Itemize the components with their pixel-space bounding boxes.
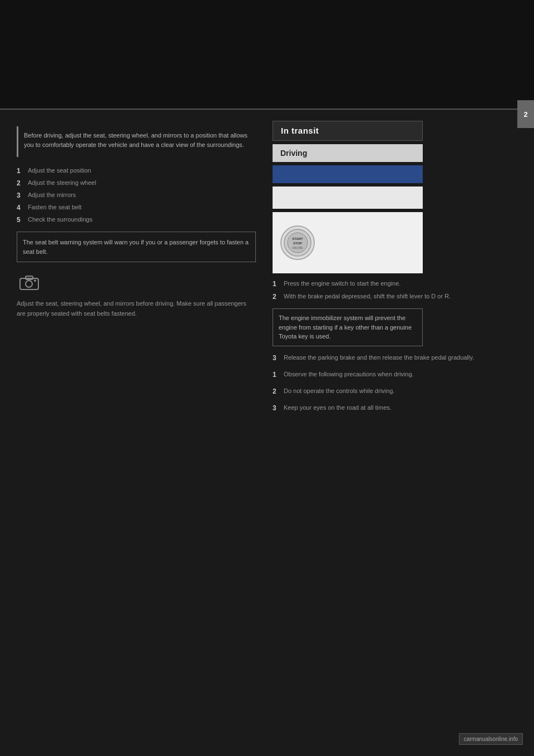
list-item: 1 Adjust the seat position	[17, 166, 256, 176]
left-bottom-text-content: Adjust the seat, steering wheel, and mir…	[17, 300, 246, 317]
main-content: Before driving, adjust the seat, steerin…	[0, 110, 534, 425]
right-list-num-3: 3	[273, 353, 284, 363]
list-num-2: 2	[17, 178, 28, 188]
camera-icon	[19, 274, 39, 291]
right-list-num-1: 1	[273, 279, 284, 289]
right-bordered-text: The engine immobilizer system will preve…	[279, 315, 412, 340]
chapter-tab: 2	[517, 100, 534, 128]
svg-text:STOP: STOP	[293, 242, 302, 245]
in-transit-box: In transit	[273, 121, 423, 141]
right-list-text-2: With the brake pedal depressed, shift th…	[284, 292, 481, 302]
right-list-item: 2 With the brake pedal depressed, shift …	[273, 292, 481, 302]
list-text-2: Adjust the steering wheel	[28, 178, 256, 188]
right-list-section-2: 3 Release the parking brake and then rel…	[273, 353, 481, 363]
list-item: 2 Adjust the steering wheel	[17, 178, 256, 188]
list-text-1: Adjust the seat position	[28, 166, 256, 176]
svg-point-3	[34, 279, 36, 282]
right-col-inner: In transit Driving STAR	[273, 121, 501, 413]
right-list-item: 1 Observe the following precautions when…	[273, 370, 481, 380]
right-bordered-box: The engine immobilizer system will preve…	[273, 308, 423, 346]
lower-list-text-1: Observe the following precautions when d…	[284, 370, 481, 380]
left-mid-box-text: The seat belt warning system will warn y…	[23, 239, 249, 255]
right-list-item: 3 Release the parking brake and then rel…	[273, 353, 481, 363]
camera-icon-area	[17, 271, 42, 293]
chapter-number: 2	[523, 110, 527, 119]
svg-text:START: START	[292, 237, 303, 240]
right-list-section-1: 1 Press the engine switch to start the e…	[273, 279, 481, 302]
lower-list-num-3: 3	[273, 403, 284, 413]
driving-box: Driving	[273, 144, 423, 162]
lower-list-text-2: Do not operate the controls while drivin…	[284, 386, 481, 396]
left-column: Before driving, adjust the seat, steerin…	[0, 115, 267, 425]
list-text-3: Adjust the mirrors	[28, 190, 256, 200]
list-item: 3 Adjust the mirrors	[17, 190, 256, 200]
left-top-box: Before driving, adjust the seat, steerin…	[17, 126, 256, 157]
list-item: 5 Check the surroundings	[17, 215, 256, 225]
right-list-item: 3 Keep your eyes on the road at all time…	[273, 403, 481, 413]
watermark-badge: carmanualsonline.info	[459, 733, 523, 745]
watermark-text: carmanualsonline.info	[464, 736, 518, 742]
right-lower-list-2: 2 Do not operate the controls while driv…	[273, 386, 481, 396]
left-bottom-text: Adjust the seat, steering wheel, and mir…	[17, 299, 256, 318]
left-top-box-text: Before driving, adjust the seat, steerin…	[24, 132, 248, 148]
driving-label: Driving	[280, 149, 307, 158]
svg-text:ENGINE: ENGINE	[292, 246, 303, 249]
left-mid-box: The seat belt warning system will warn y…	[17, 232, 256, 262]
list-num-3: 3	[17, 190, 28, 200]
top-section	[0, 0, 534, 109]
list-num-1: 1	[17, 166, 28, 176]
lower-list-num-2: 2	[273, 386, 284, 396]
list-num-4: 4	[17, 203, 28, 213]
lower-list-num-1: 1	[273, 370, 284, 380]
in-transit-label: In transit	[281, 126, 319, 135]
right-lower-list-3: 3 Keep your eyes on the road at all time…	[273, 403, 481, 413]
right-lower-list-1: 1 Observe the following precautions when…	[273, 370, 481, 380]
right-list-num-2: 2	[273, 292, 284, 302]
list-text-4: Fasten the seat belt	[28, 203, 256, 213]
page-container: 2 Before driving, adjust the seat, steer…	[0, 0, 534, 756]
right-list-item: 2 Do not operate the controls while driv…	[273, 386, 481, 396]
list-num-5: 5	[17, 215, 28, 225]
right-list-text-3: Release the parking brake and then relea…	[284, 353, 481, 363]
list-item: 4 Fasten the seat belt	[17, 203, 256, 213]
right-column: In transit Driving STAR	[267, 115, 512, 425]
left-numbered-list: 1 Adjust the seat position 2 Adjust the …	[17, 166, 256, 225]
list-text-5: Check the surroundings	[28, 215, 256, 225]
right-list-text-1: Press the engine switch to start the eng…	[284, 279, 481, 289]
lower-list-text-3: Keep your eyes on the road at all times.	[284, 403, 481, 413]
svg-point-1	[26, 281, 32, 287]
start-stop-button-icon: START STOP ENGINE	[278, 223, 317, 262]
start-stop-area: START STOP ENGINE	[273, 212, 423, 273]
info-box-right	[273, 186, 423, 209]
highlight-bar	[273, 165, 423, 183]
right-list-item: 1 Press the engine switch to start the e…	[273, 279, 481, 289]
